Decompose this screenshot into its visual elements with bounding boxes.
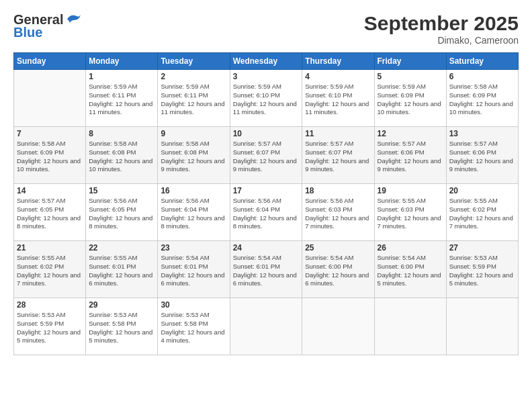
day-number: 13 <box>449 129 515 138</box>
day-info: Sunrise: 5:59 AMSunset: 6:11 PMDaylight:… <box>89 83 154 117</box>
day-info: Sunrise: 5:53 AMSunset: 5:58 PMDaylight:… <box>161 311 226 345</box>
table-row: 6Sunrise: 5:58 AMSunset: 6:09 PMDaylight… <box>446 70 518 127</box>
day-info: Sunrise: 5:53 AMSunset: 5:59 PMDaylight:… <box>449 254 515 288</box>
table-row: 11Sunrise: 5:57 AMSunset: 6:07 PMDayligh… <box>302 127 374 184</box>
header-sunday: Sunday <box>14 53 86 70</box>
day-number: 15 <box>89 186 154 195</box>
header-friday: Friday <box>374 53 446 70</box>
table-row: 4Sunrise: 5:59 AMSunset: 6:10 PMDaylight… <box>302 70 374 127</box>
calendar-week-row: 1Sunrise: 5:59 AMSunset: 6:11 PMDaylight… <box>14 70 519 127</box>
day-info: Sunrise: 5:58 AMSunset: 6:09 PMDaylight:… <box>17 140 83 174</box>
day-number: 26 <box>378 243 443 253</box>
day-info: Sunrise: 5:54 AMSunset: 6:01 PMDaylight:… <box>233 254 300 288</box>
day-number: 29 <box>89 300 154 310</box>
table-row: 29Sunrise: 5:53 AMSunset: 5:58 PMDayligh… <box>86 298 158 355</box>
table-row: 24Sunrise: 5:54 AMSunset: 6:01 PMDayligh… <box>230 241 302 298</box>
calendar-header-row: Sunday Monday Tuesday Wednesday Thursday… <box>14 53 519 70</box>
calendar-week-row: 14Sunrise: 5:57 AMSunset: 6:05 PMDayligh… <box>14 184 519 241</box>
day-info: Sunrise: 5:59 AMSunset: 6:11 PMDaylight:… <box>161 83 226 117</box>
day-info: Sunrise: 5:54 AMSunset: 6:00 PMDaylight:… <box>305 254 371 288</box>
table-row: 9Sunrise: 5:58 AMSunset: 6:08 PMDaylight… <box>158 127 230 184</box>
day-info: Sunrise: 5:56 AMSunset: 6:04 PMDaylight:… <box>161 197 226 231</box>
calendar-table: Sunday Monday Tuesday Wednesday Thursday… <box>13 52 519 355</box>
day-number: 21 <box>17 243 83 253</box>
table-row: 26Sunrise: 5:54 AMSunset: 6:00 PMDayligh… <box>374 241 446 298</box>
day-number: 11 <box>305 129 371 138</box>
day-info: Sunrise: 5:57 AMSunset: 6:06 PMDaylight:… <box>449 140 515 174</box>
day-number: 19 <box>378 186 443 195</box>
day-info: Sunrise: 5:55 AMSunset: 6:02 PMDaylight:… <box>449 197 515 231</box>
day-number: 25 <box>305 243 371 253</box>
header-wednesday: Wednesday <box>230 53 302 70</box>
day-number: 1 <box>89 72 154 81</box>
table-row: 22Sunrise: 5:55 AMSunset: 6:01 PMDayligh… <box>86 241 158 298</box>
day-number: 27 <box>449 243 515 253</box>
table-row: 1Sunrise: 5:59 AMSunset: 6:11 PMDaylight… <box>86 70 158 127</box>
location: Dimako, Cameroon <box>364 35 519 46</box>
day-number: 8 <box>89 129 154 138</box>
day-number: 5 <box>378 72 443 81</box>
day-number: 9 <box>161 129 226 138</box>
calendar-week-row: 28Sunrise: 5:53 AMSunset: 5:59 PMDayligh… <box>14 298 519 355</box>
day-info: Sunrise: 5:56 AMSunset: 6:04 PMDaylight:… <box>233 197 300 231</box>
day-info: Sunrise: 5:53 AMSunset: 5:59 PMDaylight:… <box>17 311 83 345</box>
day-info: Sunrise: 5:57 AMSunset: 6:06 PMDaylight:… <box>378 140 443 174</box>
day-info: Sunrise: 5:55 AMSunset: 6:01 PMDaylight:… <box>89 254 154 288</box>
table-row: 20Sunrise: 5:55 AMSunset: 6:02 PMDayligh… <box>446 184 518 241</box>
page: General Blue September 2025 Dimako, Came… <box>0 0 532 411</box>
header-monday: Monday <box>86 53 158 70</box>
table-row <box>14 70 86 127</box>
day-number: 12 <box>378 129 443 138</box>
table-row: 19Sunrise: 5:55 AMSunset: 6:03 PMDayligh… <box>374 184 446 241</box>
table-row: 10Sunrise: 5:57 AMSunset: 6:07 PMDayligh… <box>230 127 302 184</box>
day-number: 10 <box>233 129 300 138</box>
day-info: Sunrise: 5:57 AMSunset: 6:05 PMDaylight:… <box>17 197 83 231</box>
table-row: 16Sunrise: 5:56 AMSunset: 6:04 PMDayligh… <box>158 184 230 241</box>
table-row: 12Sunrise: 5:57 AMSunset: 6:06 PMDayligh… <box>374 127 446 184</box>
table-row <box>302 298 374 355</box>
day-number: 30 <box>161 300 226 310</box>
table-row: 3Sunrise: 5:59 AMSunset: 6:10 PMDaylight… <box>230 70 302 127</box>
header-thursday: Thursday <box>302 53 374 70</box>
table-row: 13Sunrise: 5:57 AMSunset: 6:06 PMDayligh… <box>446 127 518 184</box>
day-info: Sunrise: 5:58 AMSunset: 6:08 PMDaylight:… <box>161 140 226 174</box>
table-row: 7Sunrise: 5:58 AMSunset: 6:09 PMDaylight… <box>14 127 86 184</box>
calendar-week-row: 21Sunrise: 5:55 AMSunset: 6:02 PMDayligh… <box>14 241 519 298</box>
day-number: 4 <box>305 72 371 81</box>
header-saturday: Saturday <box>446 53 518 70</box>
day-info: Sunrise: 5:54 AMSunset: 6:00 PMDaylight:… <box>378 254 443 288</box>
table-row: 30Sunrise: 5:53 AMSunset: 5:58 PMDayligh… <box>158 298 230 355</box>
day-info: Sunrise: 5:54 AMSunset: 6:01 PMDaylight:… <box>161 254 226 288</box>
table-row <box>374 298 446 355</box>
day-info: Sunrise: 5:58 AMSunset: 6:08 PMDaylight:… <box>89 140 154 174</box>
header: General Blue September 2025 Dimako, Came… <box>13 12 519 46</box>
header-tuesday: Tuesday <box>158 53 230 70</box>
title-block: September 2025 Dimako, Cameroon <box>364 12 519 46</box>
day-number: 14 <box>17 186 83 195</box>
logo-bird-icon <box>64 12 82 27</box>
logo-blue: Blue <box>13 25 42 40</box>
day-number: 6 <box>449 72 515 81</box>
day-number: 3 <box>233 72 300 81</box>
day-info: Sunrise: 5:53 AMSunset: 5:58 PMDaylight:… <box>89 311 154 345</box>
table-row: 14Sunrise: 5:57 AMSunset: 6:05 PMDayligh… <box>14 184 86 241</box>
table-row: 23Sunrise: 5:54 AMSunset: 6:01 PMDayligh… <box>158 241 230 298</box>
calendar-week-row: 7Sunrise: 5:58 AMSunset: 6:09 PMDaylight… <box>14 127 519 184</box>
table-row: 18Sunrise: 5:56 AMSunset: 6:03 PMDayligh… <box>302 184 374 241</box>
table-row: 17Sunrise: 5:56 AMSunset: 6:04 PMDayligh… <box>230 184 302 241</box>
table-row <box>446 298 518 355</box>
day-info: Sunrise: 5:59 AMSunset: 6:09 PMDaylight:… <box>378 83 443 117</box>
day-number: 24 <box>233 243 300 253</box>
day-number: 22 <box>89 243 154 253</box>
month-title: September 2025 <box>364 12 519 35</box>
table-row: 25Sunrise: 5:54 AMSunset: 6:00 PMDayligh… <box>302 241 374 298</box>
table-row: 2Sunrise: 5:59 AMSunset: 6:11 PMDaylight… <box>158 70 230 127</box>
day-number: 17 <box>233 186 300 195</box>
table-row <box>230 298 302 355</box>
table-row: 8Sunrise: 5:58 AMSunset: 6:08 PMDaylight… <box>86 127 158 184</box>
day-number: 28 <box>17 300 83 310</box>
day-info: Sunrise: 5:59 AMSunset: 6:10 PMDaylight:… <box>305 83 371 117</box>
day-info: Sunrise: 5:56 AMSunset: 6:03 PMDaylight:… <box>305 197 371 231</box>
day-number: 23 <box>161 243 226 253</box>
table-row: 21Sunrise: 5:55 AMSunset: 6:02 PMDayligh… <box>14 241 86 298</box>
